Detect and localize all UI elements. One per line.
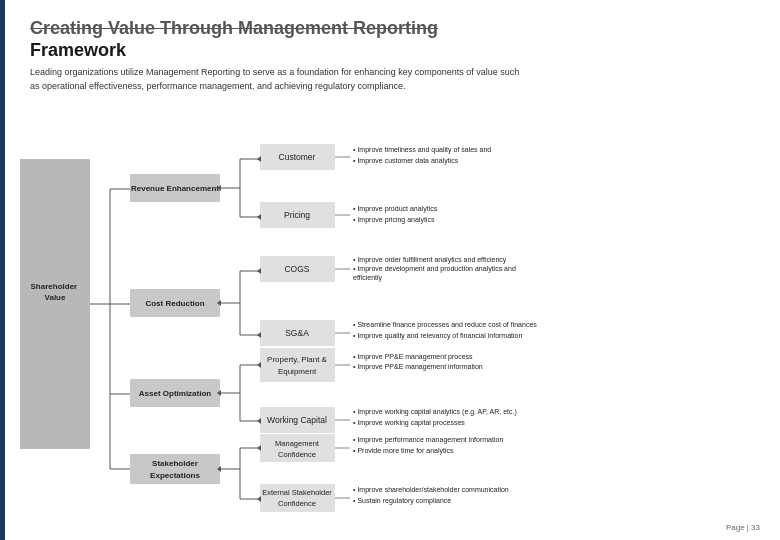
pricing-arrow bbox=[257, 214, 261, 220]
pricing-detail-1: • Improve product analytics bbox=[353, 205, 438, 213]
footer-text: Page | 33 bbox=[726, 523, 760, 532]
ext-detail-2: • Sustain regulatory compliance bbox=[353, 497, 451, 505]
page-footer: Page | 33 bbox=[726, 523, 760, 532]
diagram-svg: Shareholder Value Revenue Enhancement Cu… bbox=[20, 99, 760, 519]
ppe-arrow bbox=[257, 362, 261, 368]
asset-label: Asset Optimization bbox=[139, 389, 212, 398]
ext-label-2: Confidence bbox=[278, 499, 316, 508]
pricing-detail-2: • Improve pricing analytics bbox=[353, 216, 435, 224]
cogs-detail-3: efficiently bbox=[353, 274, 383, 282]
wc-label: Working Capital bbox=[267, 415, 327, 425]
wc-detail-1: • Improve working capital analytics (e.g… bbox=[353, 408, 517, 416]
ext-label-1: External Stakeholder bbox=[262, 488, 332, 497]
wc-detail-2: • Improve working capital processes bbox=[353, 419, 465, 427]
pricing-label: Pricing bbox=[284, 210, 310, 220]
cogs-label: COGS bbox=[284, 264, 309, 274]
page-subtitle: Leading organizations utilize Management… bbox=[30, 66, 530, 93]
customer-detail-1: • Improve timeliness and quality of sale… bbox=[353, 146, 491, 154]
customer-detail-2: • Improve customer data analytics bbox=[353, 157, 459, 165]
page: Creating Value Through Management Report… bbox=[0, 0, 780, 540]
customer-label: Customer bbox=[279, 152, 316, 162]
cost-label: Cost Reduction bbox=[145, 299, 204, 308]
sga-detail-2: • Improve quality and relevancy of finan… bbox=[353, 332, 522, 340]
ppe-label-1: Property, Plant & bbox=[267, 355, 328, 364]
stakeholder-label-1: Stakeholder bbox=[152, 459, 198, 468]
mgmt-label-1: Management bbox=[275, 439, 320, 448]
mgmt-label-2: Confidence bbox=[278, 450, 316, 459]
ext-arrow bbox=[257, 496, 261, 502]
title-normal: Framework bbox=[30, 40, 126, 60]
ext-detail-1: • Improve shareholder/stakeholder commun… bbox=[353, 486, 509, 494]
customer-arrow bbox=[257, 156, 261, 162]
sga-detail-1: • Streamline finance processes and reduc… bbox=[353, 321, 537, 329]
ppe-label-2: Equipment bbox=[278, 367, 317, 376]
diagram-container: Shareholder Value Revenue Enhancement Cu… bbox=[20, 99, 760, 519]
mgmt-detail-1: • Improve performance management informa… bbox=[353, 436, 503, 444]
revenue-label: Revenue Enhancement bbox=[131, 184, 219, 193]
mgmt-detail-2: • Provide more time for analytics bbox=[353, 447, 454, 455]
page-title: Creating Value Through Management Report… bbox=[30, 18, 760, 61]
cogs-detail-1: • Improve order fulfillment analytics an… bbox=[353, 256, 507, 264]
ppe-box bbox=[260, 348, 335, 382]
sga-arrow bbox=[257, 332, 261, 338]
stakeholder-label-2: Expectations bbox=[150, 471, 200, 480]
cogs-arrow bbox=[257, 268, 261, 274]
ppe-detail-1: • Improve PP&E management process bbox=[353, 353, 473, 361]
mgmt-arrow bbox=[257, 445, 261, 451]
title-strikethrough: Creating Value Through Management Report… bbox=[30, 18, 438, 38]
sga-label: SG&A bbox=[285, 328, 309, 338]
shareholder-value-box bbox=[20, 159, 90, 449]
title-section: Creating Value Through Management Report… bbox=[20, 18, 760, 93]
wc-arrow bbox=[257, 418, 261, 424]
left-accent-bar bbox=[0, 0, 5, 540]
cogs-detail-2: • Improve development and production ana… bbox=[353, 265, 516, 273]
ppe-detail-2: • Improve PP&E management information bbox=[353, 363, 483, 371]
